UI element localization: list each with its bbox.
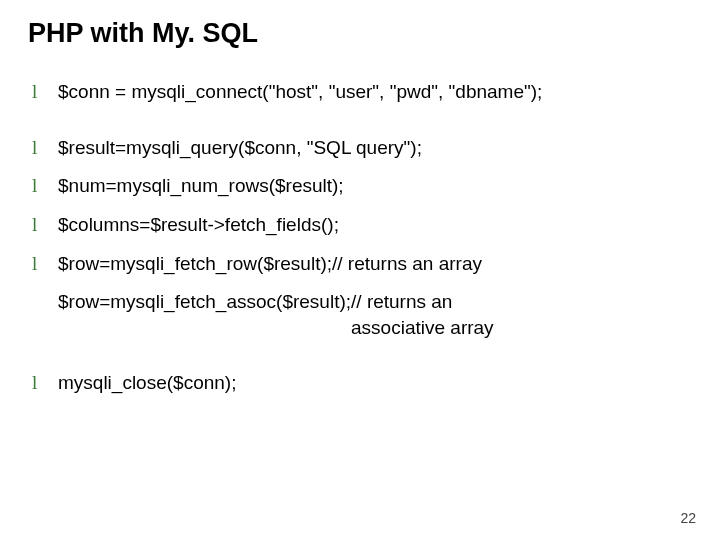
list-item: lmysqli_close($conn); — [32, 370, 692, 396]
list-item-text: $columns=$result->fetch_fields(); — [58, 212, 339, 238]
list-item-comment: // returns an array — [332, 251, 482, 277]
bullet-icon: l — [32, 135, 58, 161]
bullet-list: l$conn = mysqli_connect("host", "user", … — [32, 79, 692, 396]
list-item: l$conn = mysqli_connect("host", "user", … — [32, 79, 692, 105]
bullet-icon: l — [32, 173, 58, 199]
list-item-text: mysqli_close($conn); — [58, 370, 236, 396]
bullet-icon: l — [32, 79, 58, 105]
slide: PHP with My. SQL l$conn = mysqli_connect… — [0, 0, 720, 540]
list-item: l$num=mysqli_num_rows($result); — [32, 173, 692, 199]
list-item: l$row=mysqli_fetch_assoc($result); // re… — [32, 289, 692, 340]
bullet-icon: l — [32, 212, 58, 238]
slide-title: PHP with My. SQL — [28, 18, 692, 49]
page-number: 22 — [680, 510, 696, 526]
list-item-text: $result=mysqli_query($conn, "SQL query")… — [58, 135, 422, 161]
list-item-comment: // returns an associative array — [351, 289, 494, 340]
list-item: l$columns=$result->fetch_fields(); — [32, 212, 692, 238]
bullet-icon: l — [32, 370, 58, 396]
list-item: l$result=mysqli_query($conn, "SQL query"… — [32, 135, 692, 161]
list-item-text: $conn = mysqli_connect("host", "user", "… — [58, 79, 542, 105]
list-item-text: $row=mysqli_fetch_assoc($result); — [58, 289, 351, 315]
list-item-text: $num=mysqli_num_rows($result); — [58, 173, 344, 199]
list-item: l$row=mysqli_fetch_row($result); // retu… — [32, 251, 692, 277]
bullet-icon: l — [32, 251, 58, 277]
list-item-text: $row=mysqli_fetch_row($result); — [58, 251, 332, 277]
